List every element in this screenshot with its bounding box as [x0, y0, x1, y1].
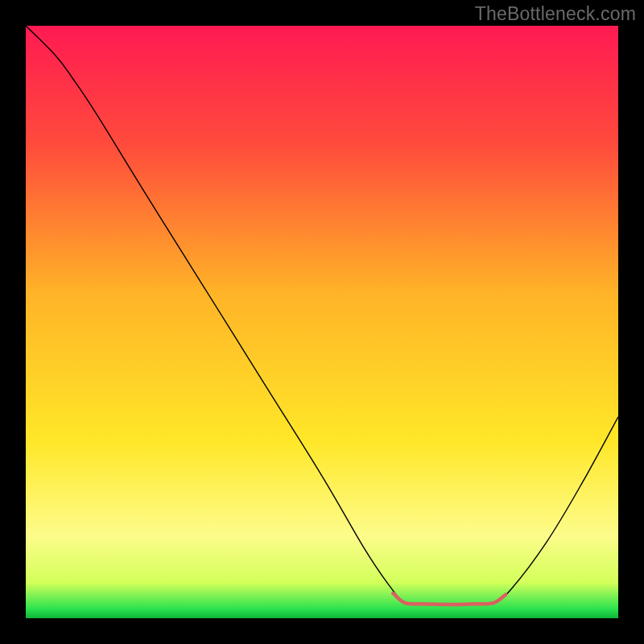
chart-plot	[26, 26, 618, 618]
watermark-text: TheBottleneck.com	[475, 3, 636, 25]
chart-background	[26, 26, 618, 618]
chart-frame: TheBottleneck.com	[0, 0, 644, 644]
